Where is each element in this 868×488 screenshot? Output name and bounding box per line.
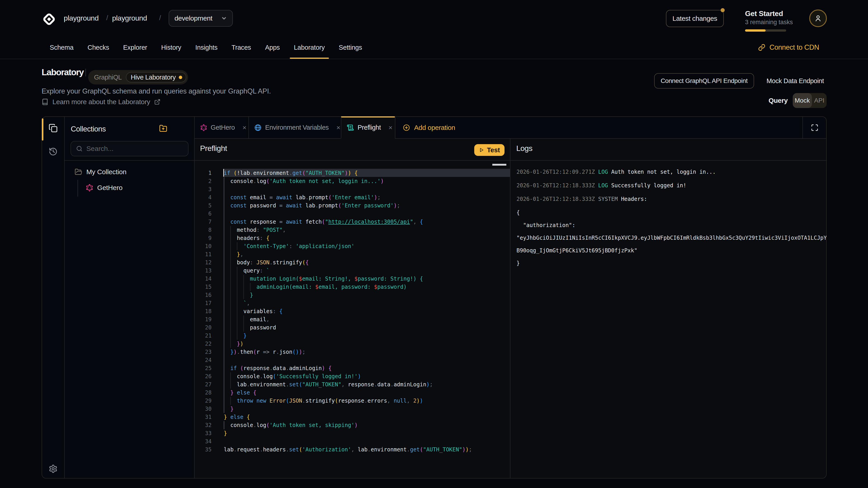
tab-label: GetHero bbox=[211, 124, 235, 131]
indent-guide bbox=[224, 185, 224, 193]
add-operation-button[interactable]: Add operation bbox=[403, 117, 455, 138]
nav-item-explorer[interactable]: Explorer bbox=[123, 36, 147, 59]
code-line: const response = await fetch("http://loc… bbox=[224, 218, 423, 226]
tab-label: Environment Variables bbox=[265, 124, 329, 131]
line-number: 11 bbox=[194, 250, 212, 258]
line-number: 35 bbox=[194, 446, 212, 454]
collections-title: Collections bbox=[71, 125, 106, 133]
line-number: 30 bbox=[194, 405, 212, 413]
log-entry: 2026-01-26T12:12:18.333Z LOG Successfull… bbox=[517, 179, 827, 192]
code-line: if (!lab.environment.get("AUTH_TOKEN")) … bbox=[224, 169, 358, 177]
indent-guide bbox=[224, 356, 224, 364]
mock-data-endpoint-button[interactable]: Mock Data Endpoint bbox=[764, 73, 827, 89]
add-operation-label: Add operation bbox=[414, 124, 455, 131]
tree-folder-label: My Collection bbox=[86, 168, 126, 176]
test-button[interactable]: Test bbox=[474, 144, 504, 156]
gear-icon bbox=[49, 464, 58, 473]
query-endpoint-row: Query Mock API bbox=[769, 93, 827, 108]
code-line: query: ` bbox=[224, 267, 270, 275]
logs-output[interactable]: 2026-01-26T12:12:09.271Z LOG Auth token … bbox=[510, 160, 827, 479]
code-line: console.log('Successfully logged in!') bbox=[224, 372, 361, 381]
active-tab-indicator bbox=[341, 116, 395, 118]
code-line: } bbox=[224, 291, 253, 299]
tab-label: Preflight bbox=[358, 124, 381, 131]
close-icon[interactable]: × bbox=[243, 124, 247, 131]
user-avatar[interactable] bbox=[809, 9, 827, 27]
code-line: variables: { bbox=[224, 307, 283, 315]
project-nav-items: SchemaChecksExplorerHistoryInsightsTrace… bbox=[50, 36, 362, 59]
get-started-widget[interactable]: Get Started 3 remaining tasks bbox=[745, 9, 786, 32]
divider bbox=[341, 117, 341, 138]
nav-item-traces[interactable]: Traces bbox=[231, 36, 251, 59]
toggle-option-mock[interactable]: Mock bbox=[793, 93, 812, 108]
code-line: const password = await lab.prompt('Enter… bbox=[224, 201, 400, 210]
target-select[interactable]: development bbox=[168, 10, 233, 27]
mode-option-graphiql[interactable]: GraphiQL bbox=[88, 74, 126, 81]
connect-to-cdn-label: Connect to CDN bbox=[770, 43, 819, 52]
connect-graphql-endpoint-button[interactable]: Connect GraphQL API Endpoint bbox=[654, 73, 754, 89]
code-line: } bbox=[224, 332, 247, 340]
nav-item-history[interactable]: History bbox=[161, 36, 181, 59]
book-icon bbox=[41, 98, 49, 105]
tab-preflight[interactable]: Preflight × bbox=[341, 117, 395, 138]
divider bbox=[802, 117, 803, 138]
close-icon[interactable]: × bbox=[389, 124, 393, 131]
code-line: lab.environment.set("AUTH_TOKEN", respon… bbox=[224, 381, 433, 389]
preflight-code-editor[interactable]: 1if (!lab.environment.get("AUTH_TOKEN"))… bbox=[194, 160, 510, 479]
tree-operation-gethero[interactable]: GetHero bbox=[86, 184, 123, 192]
line-number: 24 bbox=[194, 356, 212, 364]
divider bbox=[248, 117, 249, 138]
mode-option-label: Hive Laboratory bbox=[131, 74, 176, 81]
divider bbox=[395, 117, 395, 138]
code-line: }, bbox=[224, 250, 243, 258]
log-entry: 2026-01-26T12:12:18.333Z SYSTEM Headers: bbox=[517, 193, 827, 205]
add-collection-icon[interactable] bbox=[159, 124, 167, 132]
hive-laboratory-dot bbox=[179, 76, 182, 79]
nav-item-insights[interactable]: Insights bbox=[195, 36, 217, 59]
code-line: } else { bbox=[224, 389, 256, 397]
divider bbox=[395, 138, 827, 139]
page-title: Laboratory bbox=[41, 67, 84, 77]
breadcrumb-org[interactable]: playground bbox=[64, 14, 98, 22]
connect-to-cdn-link[interactable]: Connect to CDN bbox=[758, 36, 819, 59]
breadcrumb-separator: / bbox=[106, 14, 108, 22]
learn-more-link[interactable]: Learn more about the Laboratory bbox=[41, 98, 160, 106]
hive-logo-icon[interactable] bbox=[41, 12, 57, 27]
collections-search-input[interactable]: Search... bbox=[70, 141, 188, 156]
log-entry: 2026-01-26T12:12:09.271Z LOG Auth token … bbox=[517, 166, 827, 178]
tree-indent-guide bbox=[78, 180, 78, 197]
line-number: 16 bbox=[194, 291, 212, 299]
app: playground / playground / development La… bbox=[0, 0, 868, 488]
line-number: 19 bbox=[194, 315, 212, 324]
sidebar-item-settings[interactable] bbox=[49, 464, 58, 473]
query-endpoint-toggle: Mock API bbox=[793, 93, 827, 108]
code-line: adminLogin(email: $email, password: $pas… bbox=[224, 283, 407, 291]
line-number: 2 bbox=[194, 177, 212, 185]
latest-changes-button[interactable]: Latest changes bbox=[666, 10, 724, 27]
tab-environment-variables[interactable]: Environment Variables × bbox=[248, 117, 341, 138]
line-number: 32 bbox=[194, 421, 212, 429]
line-number: 6 bbox=[194, 210, 212, 218]
mode-option-hive-laboratory[interactable]: Hive Laboratory bbox=[126, 72, 186, 83]
nav-item-schema[interactable]: Schema bbox=[50, 36, 73, 59]
nav-item-apps[interactable]: Apps bbox=[265, 36, 280, 59]
latest-changes-notification-dot bbox=[721, 8, 725, 12]
tab-gethero[interactable]: GetHero × bbox=[194, 117, 248, 138]
code-line: throw new Error(JSON.stringify(response.… bbox=[224, 397, 423, 405]
sidebar-item-collections[interactable] bbox=[49, 124, 58, 133]
log-body-line: } bbox=[517, 257, 827, 269]
sidebar-item-history[interactable] bbox=[49, 147, 58, 156]
toggle-option-api[interactable]: API bbox=[812, 93, 827, 108]
breadcrumb-project[interactable]: playground bbox=[112, 14, 147, 22]
nav-item-laboratory[interactable]: Laboratory bbox=[294, 36, 325, 59]
nav-item-settings[interactable]: Settings bbox=[339, 36, 362, 59]
close-icon[interactable]: × bbox=[336, 124, 340, 131]
breadcrumb-separator: / bbox=[159, 14, 161, 22]
scroll-icon bbox=[347, 124, 354, 131]
title-divider bbox=[86, 69, 86, 76]
tree-folder-my-collection[interactable]: My Collection bbox=[74, 168, 126, 176]
line-number: 21 bbox=[194, 332, 212, 340]
code-line: } bbox=[224, 429, 227, 437]
fullscreen-button[interactable] bbox=[802, 117, 827, 138]
nav-item-checks[interactable]: Checks bbox=[88, 36, 109, 59]
